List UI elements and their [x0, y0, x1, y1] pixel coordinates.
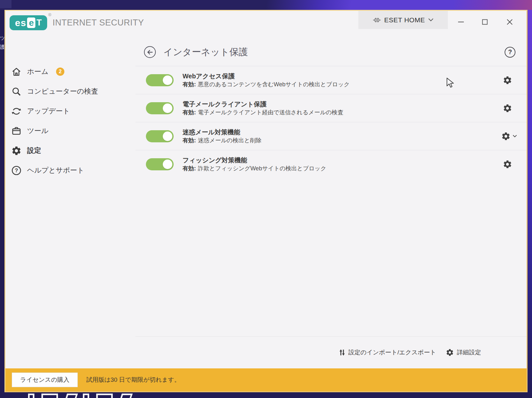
arrow-left-icon [147, 50, 153, 55]
status-text: 迷惑メールの検出と削除 [198, 137, 262, 144]
module-text: 迷惑メール対策機能 有効:迷惑メールの検出と削除 [183, 128, 262, 145]
sidebar-item-label: ヘルプとサポート [27, 166, 84, 175]
page-header: インターネット保護 ? [135, 38, 527, 66]
sidebar-item-label: 設定 [27, 146, 41, 155]
module-name: フィッシング対策機能 [183, 156, 326, 165]
web-access-settings-button[interactable] [503, 75, 512, 85]
svg-text:?: ? [15, 167, 18, 173]
back-button[interactable] [144, 46, 156, 58]
import-export-label: 設定のインポート/エクスポート [348, 348, 436, 357]
antiphishing-settings-button[interactable] [503, 160, 512, 169]
module-text: Webアクセス保護 有効:悪意のあるコンテンツを含むWebサイトの検出とブロック [183, 72, 350, 89]
antispam-settings-button[interactable] [501, 131, 517, 141]
help-button[interactable]: ? [505, 47, 515, 58]
logo-text: es [15, 18, 26, 28]
content-spacer [135, 178, 527, 336]
eset-logo: es e T ® INTERNET SECURITY [10, 15, 144, 30]
wallpaper-letters-fragment [28, 394, 131, 398]
sidebar-item-label: コンピューターの検査 [27, 87, 98, 96]
module-status: 有効:詐欺とフィッシングWebサイトの検出とブロック [183, 165, 326, 173]
toggle-knob [163, 131, 172, 141]
email-client-settings-button[interactable] [503, 103, 512, 113]
status-text: 悪意のあるコンテンツを含むWebサイトの検出とブロック [198, 81, 350, 88]
sidebar-item-label: アップデート [27, 106, 70, 116]
home-icon [11, 67, 22, 77]
sidebar-item-update[interactable]: アップデート [5, 101, 135, 121]
import-export-icon [339, 349, 345, 356]
minimize-button[interactable] [455, 17, 467, 27]
footer-actions: 設定のインポート/エクスポート 詳細設定 [135, 336, 527, 368]
gear-icon [446, 348, 454, 357]
gear-icon [11, 146, 22, 156]
sidebar-item-computer-scan[interactable]: コンピューターの検査 [5, 82, 135, 101]
help-icon: ? [11, 165, 22, 176]
module-name: Webアクセス保護 [183, 72, 350, 81]
settings-panel: インターネット保護 ? Webアクセス保護 有効:悪意のあるコンテンツを含むWe… [135, 38, 527, 368]
close-button[interactable] [504, 17, 515, 27]
module-row-web-access: Webアクセス保護 有効:悪意のあるコンテンツを含むWebサイトの検出とブロック [135, 66, 527, 94]
status-label: 有効: [183, 109, 196, 116]
sidebar: ホーム 2 コンピューターの検査 [5, 38, 135, 368]
module-text: フィッシング対策機能 有効:詐欺とフィッシングWebサイトの検出とブロック [183, 156, 326, 173]
sidebar-item-label: ホーム [27, 67, 48, 76]
eset-home-label: ESET HOME [384, 16, 425, 24]
toggle-email-client-protection[interactable] [146, 102, 174, 114]
toggle-knob [163, 160, 172, 169]
module-name: 迷惑メール対策機能 [183, 128, 262, 137]
toggle-knob [163, 75, 172, 85]
toggle-web-access-protection[interactable] [146, 74, 174, 86]
sidebar-item-label: ツール [27, 126, 48, 136]
chevron-down-icon [428, 18, 434, 22]
status-label: 有効: [183, 137, 196, 144]
logo-boxed-letter: e [27, 18, 35, 28]
titlebar: es e T ® INTERNET SECURITY ESET HOME [5, 11, 527, 38]
module-row-antispam: 迷惑メール対策機能 有効:迷惑メールの検出と削除 [135, 122, 527, 150]
status-text: 電子メールクライアント経由で送信されるメールの検査 [198, 109, 343, 116]
wallpaper-corner-patch [0, 0, 11, 8]
registered-mark: ® [48, 12, 51, 17]
sidebar-item-help-support[interactable]: ? ヘルプとサポート [5, 160, 135, 180]
sidebar-item-settings[interactable]: 設定 [5, 141, 135, 160]
toolbox-icon [11, 126, 22, 136]
gear-icon [501, 131, 511, 141]
module-status: 有効:電子メールクライアント経由で送信されるメールの検査 [183, 109, 343, 117]
maximize-button[interactable] [479, 17, 491, 27]
status-text: 詐欺とフィッシングWebサイトの検出とブロック [198, 165, 326, 172]
license-bar: ライセンスの購入 試用版は30 日で期限が切れます。 [5, 368, 527, 391]
page-title: インターネット保護 [163, 46, 248, 59]
close-icon [506, 18, 513, 25]
wallpaper-top-band [0, 0, 532, 10]
refresh-icon [11, 106, 22, 117]
sidebar-item-home[interactable]: ホーム 2 [5, 62, 135, 82]
logo-text: T [36, 18, 42, 28]
advanced-setup-link[interactable]: 詳細設定 [446, 348, 481, 357]
module-status: 有効:迷惑メールの検出と削除 [183, 137, 262, 145]
chevron-down-icon [513, 135, 517, 138]
wallpaper-right-band [528, 10, 532, 398]
module-status: 有効:悪意のあるコンテンツを含むWebサイトの検出とブロック [183, 81, 350, 89]
sidebar-item-tools[interactable]: ツール [5, 121, 135, 141]
window-body: ホーム 2 コンピューターの検査 [5, 38, 527, 368]
desktop-label-fragment: 護 [0, 45, 4, 50]
maximize-icon [481, 18, 488, 25]
toggle-antiphishing[interactable] [146, 158, 174, 170]
connect-plug-icon [373, 17, 381, 23]
eset-logo-mark: es e T ® [10, 15, 47, 30]
status-label: 有効: [183, 165, 196, 172]
question-mark-icon: ? [508, 48, 512, 56]
import-export-settings-link[interactable]: 設定のインポート/エクスポート [339, 348, 436, 357]
gear-icon [503, 103, 512, 113]
gear-icon [503, 160, 512, 169]
toggle-knob [163, 103, 172, 113]
desktop: ツ 護 es e T ® INTERNET SECURITY [0, 0, 532, 398]
product-name: INTERNET SECURITY [53, 18, 144, 28]
notification-badge: 2 [56, 68, 64, 76]
status-label: 有効: [183, 81, 196, 88]
toggle-antispam[interactable] [146, 130, 174, 142]
eset-home-button[interactable]: ESET HOME [358, 11, 448, 29]
advanced-setup-label: 詳細設定 [457, 348, 481, 357]
purchase-license-button[interactable]: ライセンスの購入 [12, 373, 78, 387]
trial-expiry-message: 試用版は30 日で期限が切れます。 [86, 376, 180, 384]
desktop-label-fragment: ツ [0, 36, 4, 41]
module-row-antiphishing: フィッシング対策機能 有効:詐欺とフィッシングWebサイトの検出とブロック [135, 150, 527, 178]
